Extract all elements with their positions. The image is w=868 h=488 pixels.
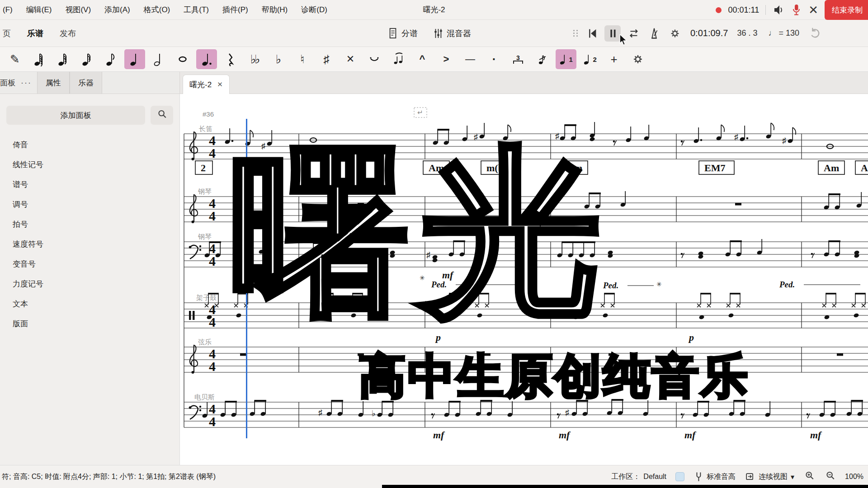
- grace-note-button[interactable]: [532, 49, 552, 69]
- svg-text:Am: Am: [824, 162, 839, 174]
- note-whole-button[interactable]: [172, 49, 193, 69]
- note-input-toolbar: ✎ ♭♭ ♭ ♮ ♯ ✕ ^ > — · 3 1 2 +: [0, 47, 868, 72]
- add-button[interactable]: +: [604, 49, 624, 69]
- note-8th-button[interactable]: [100, 49, 121, 69]
- close-icon[interactable]: ✕: [808, 3, 818, 17]
- zoom-out-icon[interactable]: [824, 470, 836, 483]
- svg-text:4: 4: [209, 359, 216, 374]
- document-tab[interactable]: 曙光-2 ✕: [183, 75, 230, 94]
- rest-button[interactable]: [220, 49, 241, 69]
- palette-item-clefs[interactable]: 谱号: [0, 174, 179, 194]
- palette-search-button[interactable]: [151, 106, 173, 125]
- loop-button[interactable]: [625, 25, 642, 42]
- workspace-selector[interactable]: 工作区： Default: [611, 472, 666, 482]
- sharp-button[interactable]: ♯: [316, 49, 337, 69]
- playback-settings-button[interactable]: [667, 25, 683, 42]
- svg-text:p: p: [435, 332, 441, 343]
- note-half-button[interactable]: [148, 49, 169, 69]
- panel-toggle-icon[interactable]: [675, 472, 684, 481]
- time-signatures[interactable]: 44 44 44 44 44 44: [209, 133, 216, 429]
- natural-button[interactable]: ♮: [292, 49, 313, 69]
- playback-cursor[interactable]: [246, 119, 247, 438]
- menu-help[interactable]: 帮助(H): [255, 0, 295, 19]
- metronome-button[interactable]: [646, 25, 662, 42]
- slur-button[interactable]: [388, 49, 409, 69]
- palette-item-grace-notes[interactable]: 倚音: [0, 135, 179, 155]
- strings-rests[interactable]: [240, 353, 843, 356]
- svg-text:钢琴: 钢琴: [198, 188, 212, 195]
- rewind-button[interactable]: [584, 25, 600, 42]
- menu-edit[interactable]: 编辑(E): [19, 0, 59, 19]
- pedal-markings[interactable]: ✳ Ped. ✳ Ped. ✳ Ped.: [420, 275, 860, 290]
- piano-treble-notes[interactable]: [240, 191, 862, 213]
- tuplet-button[interactable]: 3: [508, 49, 528, 69]
- voice-1-button[interactable]: 1: [556, 49, 576, 69]
- palette-item-accidentals[interactable]: 变音号: [0, 254, 179, 274]
- speaker-icon[interactable]: [772, 3, 784, 17]
- pause-button[interactable]: [604, 25, 621, 42]
- panel-menu-button[interactable]: ···: [15, 78, 37, 88]
- menu-format[interactable]: 格式(O): [137, 0, 177, 19]
- palette-item-key-signatures[interactable]: 调号: [0, 194, 179, 214]
- note-32nd-button[interactable]: [52, 49, 73, 69]
- system-break-marker[interactable]: ↵: [414, 108, 427, 117]
- toolbar-grip-handle[interactable]: [573, 30, 578, 37]
- score-canvas[interactable]: 44 44 44 44 44 44 长笛 钢琴 钢琴 架子鼓 弦乐 电贝斯 #3…: [180, 94, 868, 465]
- tuplet-icon: 3: [513, 55, 523, 64]
- menu-plugins[interactable]: 插件(P): [216, 0, 255, 19]
- tab-properties[interactable]: 属性: [37, 72, 70, 94]
- tab-close-icon[interactable]: ✕: [217, 80, 223, 89]
- note-quarter-button[interactable]: [124, 49, 145, 69]
- palette-item-dynamics[interactable]: 力度记号: [0, 274, 179, 294]
- tempo-display[interactable]: ♩ = 130: [768, 28, 799, 38]
- marcato-button[interactable]: ^: [412, 49, 433, 69]
- double-flat-icon: ♭♭: [250, 52, 259, 66]
- flat-button[interactable]: ♭: [268, 49, 289, 69]
- palette-item-tempo[interactable]: 速度符号: [0, 234, 179, 254]
- accent-icon: >: [443, 53, 449, 65]
- palettes-sidebar: 添加面板 倚音 线性记号 谱号 调号 拍号 速度符号 变音号 力度记号 文本 版…: [0, 94, 180, 465]
- svg-text:mf: mf: [684, 429, 697, 441]
- accent-button[interactable]: >: [436, 49, 457, 69]
- concert-pitch-toggle[interactable]: 标准音高: [693, 470, 736, 483]
- palette-item-text[interactable]: 文本: [0, 294, 179, 314]
- note-16th-button[interactable]: [76, 49, 97, 69]
- tab-home[interactable]: 页: [0, 28, 19, 39]
- double-sharp-button[interactable]: ✕: [340, 49, 361, 69]
- augmentation-dot-button[interactable]: [196, 49, 217, 69]
- undo-icon[interactable]: [807, 25, 823, 42]
- svg-text:Ped.: Ped.: [779, 280, 795, 289]
- mixer-button[interactable]: 混音器: [433, 27, 471, 40]
- menu-add[interactable]: 添加(A): [98, 0, 137, 19]
- view-mode-selector[interactable]: 连续视图 ▾: [745, 470, 794, 483]
- add-panel-button[interactable]: 添加面板: [6, 106, 145, 125]
- staccato-button[interactable]: ·: [484, 49, 505, 69]
- voice-2-button[interactable]: 2: [580, 49, 600, 69]
- microphone-icon[interactable]: [790, 3, 802, 17]
- tenuto-button[interactable]: —: [460, 49, 481, 69]
- note-input-pencil-button[interactable]: ✎: [5, 49, 25, 69]
- menu-tools[interactable]: 工具(T): [177, 0, 216, 19]
- palette-item-time-signatures[interactable]: 拍号: [0, 214, 179, 234]
- parts-button[interactable]: 分谱: [388, 27, 418, 40]
- tab-publish[interactable]: 发布: [52, 28, 84, 39]
- drum-notes[interactable]: [205, 293, 866, 320]
- note-64th-button[interactable]: [28, 49, 49, 69]
- menu-view[interactable]: 视图(V): [58, 0, 98, 19]
- tie-button[interactable]: [364, 49, 385, 69]
- double-flat-button[interactable]: ♭♭: [244, 49, 265, 69]
- score-sheet[interactable]: 44 44 44 44 44 44 长笛 钢琴 钢琴 架子鼓 弦乐 电贝斯 #3…: [180, 94, 868, 465]
- tab-instruments[interactable]: 乐器: [70, 72, 102, 94]
- tab-score[interactable]: 乐谱: [19, 28, 52, 39]
- palette-item-layout[interactable]: 版面: [0, 314, 179, 333]
- note-quarter-icon: [129, 52, 140, 66]
- chord-symbol-labels[interactable]: 2 Am m(b Dm EM7 Am A: [201, 162, 868, 174]
- end-recording-button[interactable]: 结束录制: [825, 0, 868, 20]
- menu-file[interactable]: (F): [0, 0, 19, 19]
- menu-diagnostics[interactable]: 诊断(D): [294, 0, 334, 19]
- zoom-level[interactable]: 100%: [845, 473, 863, 481]
- toolbar-settings-button[interactable]: [627, 49, 648, 69]
- palette-item-lines[interactable]: 线性记号: [0, 155, 179, 174]
- chord-symbols[interactable]: [195, 161, 868, 174]
- zoom-in-icon[interactable]: [803, 470, 815, 483]
